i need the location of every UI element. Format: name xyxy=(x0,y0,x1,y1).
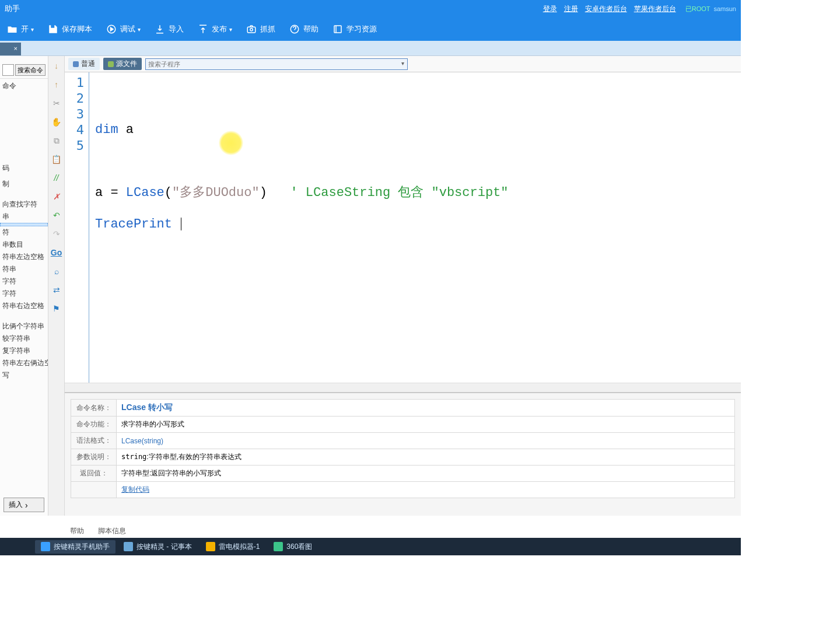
code-content[interactable]: dim a a = LCase("多多DUOduo") ' LCaseStrin… xyxy=(89,72,741,383)
text-caret xyxy=(181,218,181,230)
play-circle-icon xyxy=(106,24,117,34)
square-icon xyxy=(108,61,114,67)
comment-icon[interactable]: // xyxy=(51,173,62,183)
hand-icon[interactable]: ✋ xyxy=(51,117,62,127)
help-circle-icon xyxy=(289,24,300,34)
emulator-icon xyxy=(206,542,215,551)
list-item[interactable]: 制 xyxy=(0,178,48,190)
bookmark-icon[interactable]: ⚑ xyxy=(51,303,62,314)
copy-code-link[interactable]: 复制代码 xyxy=(121,485,149,494)
monitor-icon xyxy=(41,542,50,551)
camera-icon xyxy=(246,24,257,34)
find-replace-icon[interactable]: ⇄ xyxy=(51,285,62,295)
list-item[interactable]: 符串左边空格 xyxy=(0,251,48,263)
list-item[interactable]: 向查找字符 xyxy=(0,198,48,211)
list-item[interactable]: 符串 xyxy=(0,263,48,275)
help-params-text: string:字符串型,有效的字符串表达式 xyxy=(117,449,735,466)
copy-icon[interactable]: ⧉ xyxy=(51,135,62,146)
editor-area: 普通 源文件 1 2 3 4 5 dim a a = LCase("多多DUOd… xyxy=(65,56,741,516)
help-button[interactable]: 帮助 xyxy=(285,22,323,37)
help-label-return: 返回值： xyxy=(71,466,117,482)
app-titlebar: 助手 登录 注册 安卓作者后台 苹果作者后台 已ROOT samsun xyxy=(0,0,741,18)
publish-icon xyxy=(198,24,208,34)
taskbar-item[interactable]: 按键精灵手机助手 xyxy=(35,540,116,554)
goto-icon[interactable]: Go xyxy=(51,247,62,258)
svg-rect-4 xyxy=(334,26,341,33)
close-icon[interactable]: × xyxy=(14,45,18,52)
view-normal-button[interactable]: 普通 xyxy=(68,58,100,70)
list-item[interactable]: 串数目 xyxy=(0,239,48,251)
find-icon[interactable]: ⌕ xyxy=(51,266,62,276)
line-gutter: 1 2 3 4 5 xyxy=(65,72,89,383)
command-category[interactable]: 命令 xyxy=(0,80,48,92)
paste-icon[interactable]: 📋 xyxy=(51,154,62,164)
taskbar-item[interactable]: 360看图 xyxy=(268,540,318,554)
publish-button[interactable]: 发布▾ xyxy=(193,22,237,37)
redo-icon[interactable]: ↷ xyxy=(51,229,62,239)
resources-button[interactable]: 学习资源 xyxy=(328,22,382,37)
help-label-name: 命令名称： xyxy=(71,400,117,416)
insert-button[interactable]: 插入 xyxy=(4,498,44,512)
help-label-params: 参数说明： xyxy=(71,449,117,466)
list-item[interactable]: 比俩个字符串 xyxy=(0,320,48,332)
main-split: 搜索命令 命令 码 制 向查找字符 串 符 串数目 符串左边空格 符串 字符 字… xyxy=(0,56,741,516)
arrow-down-icon[interactable]: ↓ xyxy=(51,61,62,71)
debug-button[interactable]: 调试▾ xyxy=(102,22,145,37)
save-button[interactable]: 保存脚本 xyxy=(43,22,97,37)
list-item[interactable]: 符 xyxy=(0,226,48,239)
list-item[interactable]: 码 xyxy=(0,162,48,174)
arrow-up-icon[interactable]: ↑ xyxy=(51,79,62,90)
list-item[interactable]: 写 xyxy=(0,369,48,382)
import-icon xyxy=(155,24,165,34)
link-login[interactable]: 登录 xyxy=(543,4,557,14)
help-syntax-text: LCase(string) xyxy=(121,437,163,445)
help-return-text: 字符串型:返回字符串的小写形式 xyxy=(117,466,735,482)
code-line: TracePrint xyxy=(95,216,741,232)
list-item[interactable]: 符串右边空格 xyxy=(0,300,48,312)
document-tab[interactable]: × xyxy=(0,43,21,55)
cut-icon[interactable]: ✂ xyxy=(51,98,62,108)
uncomment-icon[interactable]: ✗ xyxy=(51,191,62,202)
horizontal-scrollbar[interactable] xyxy=(65,383,741,392)
svg-point-2 xyxy=(250,29,253,32)
capture-button[interactable]: 抓抓 xyxy=(242,22,280,37)
code-line: dim a xyxy=(95,122,741,138)
help-command-name: LCase 转小写 xyxy=(121,402,173,412)
command-search-row: 搜索命令 xyxy=(0,62,48,79)
list-item[interactable]: 字符 xyxy=(0,288,48,300)
list-item[interactable]: 较字符串 xyxy=(0,332,48,345)
main-toolbar: 开▾ 保存脚本 调试▾ 导入 发布▾ 抓抓 帮助 学习资源 xyxy=(0,18,741,41)
command-pane: 搜索命令 命令 码 制 向查找字符 串 符 串数目 符串左边空格 符串 字符 字… xyxy=(0,56,48,516)
command-list[interactable]: 命令 码 制 向查找字符 串 符 串数目 符串左边空格 符串 字符 字符 符串右… xyxy=(0,79,48,494)
list-item[interactable]: 字符 xyxy=(0,275,48,288)
save-icon xyxy=(48,24,58,34)
view-source-button[interactable]: 源文件 xyxy=(103,58,142,70)
list-item[interactable]: 符串左右俩边空格 xyxy=(0,357,48,369)
command-search-button[interactable]: 搜索命令 xyxy=(15,64,46,76)
tab-script-info[interactable]: 脚本信息 xyxy=(93,524,131,538)
document-tabbar: × xyxy=(0,41,741,56)
list-item[interactable]: 复字符串 xyxy=(0,345,48,357)
help-func-text: 求字符串的小写形式 xyxy=(117,416,735,433)
taskbar-item[interactable]: 按键精灵 - 记事本 xyxy=(118,540,198,554)
link-ios-backend[interactable]: 苹果作者后台 xyxy=(634,4,676,14)
code-line xyxy=(95,153,741,169)
status-root: 已ROOT xyxy=(685,5,710,13)
notepad-icon xyxy=(124,542,133,551)
link-register[interactable]: 注册 xyxy=(564,4,578,14)
link-android-backend[interactable]: 安卓作者后台 xyxy=(585,4,627,14)
tab-help[interactable]: 帮助 xyxy=(65,524,89,538)
open-button[interactable]: 开▾ xyxy=(2,22,38,37)
undo-icon[interactable]: ↶ xyxy=(51,210,62,220)
sub-search-input[interactable] xyxy=(145,58,408,70)
image-viewer-icon xyxy=(274,542,283,551)
taskbar-item[interactable]: 雷电模拟器-1 xyxy=(200,540,266,554)
command-search-input[interactable] xyxy=(2,64,14,76)
import-button[interactable]: 导入 xyxy=(150,22,188,37)
app-title: 助手 xyxy=(5,4,540,14)
list-item[interactable]: 串 xyxy=(0,211,48,223)
svg-rect-1 xyxy=(247,27,256,33)
help-label-func: 命令功能： xyxy=(71,416,117,433)
editor-icon-strip: ↓ ↑ ✂ ✋ ⧉ 📋 // ✗ ↶ ↷ Go ⌕ ⇄ ⚑ xyxy=(48,56,65,516)
code-editor[interactable]: 1 2 3 4 5 dim a a = LCase("多多DUOduo") ' … xyxy=(65,72,741,383)
